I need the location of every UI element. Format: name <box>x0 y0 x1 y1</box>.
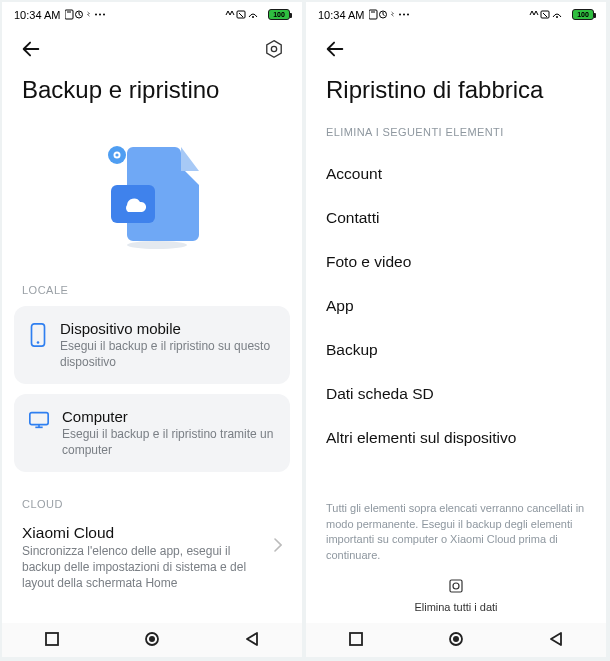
svg-rect-34 <box>350 633 362 645</box>
mobile-device-card[interactable]: Dispositivo mobile Esegui il backup e il… <box>14 306 290 384</box>
nav-home[interactable] <box>144 631 160 651</box>
list-item[interactable]: Foto e video <box>306 240 606 284</box>
svg-rect-17 <box>30 413 48 425</box>
nav-recent[interactable] <box>45 632 59 650</box>
svg-point-26 <box>399 14 401 16</box>
page-title: Backup e ripristino <box>2 70 302 118</box>
mobile-card-sub: Esegui il backup e il ripristino su ques… <box>60 339 276 370</box>
status-time: 10:34 AM <box>14 9 60 21</box>
svg-point-28 <box>407 14 409 16</box>
svg-point-12 <box>115 153 118 156</box>
list-item[interactable]: Altri elementi sul dispositivo <box>306 416 606 460</box>
status-left-icons <box>369 9 411 20</box>
erase-all-button[interactable]: Elimina tutti i dati <box>306 571 606 623</box>
nav-bar <box>306 623 606 657</box>
nav-home[interactable] <box>448 631 464 651</box>
erase-icon <box>306 577 606 597</box>
chevron-right-icon <box>274 524 282 556</box>
status-right-icons <box>527 9 567 20</box>
svg-point-5 <box>103 14 105 16</box>
svg-point-36 <box>453 636 459 642</box>
list-item[interactable]: Account <box>306 152 606 196</box>
svg-point-16 <box>37 341 40 344</box>
xiaomi-cloud-row[interactable]: Xiaomi Cloud Sincronizza l'elenco delle … <box>2 520 302 591</box>
section-local-label: LOCALE <box>2 268 302 306</box>
svg-point-4 <box>99 14 101 16</box>
svg-rect-32 <box>450 580 462 592</box>
svg-point-8 <box>252 16 254 18</box>
svg-point-3 <box>95 14 97 16</box>
settings-button[interactable] <box>264 39 284 63</box>
screen-factory-reset: 10:34 AM <box>306 2 606 657</box>
cloud-sub: Sincronizza l'elenco delle app, esegui i… <box>22 544 266 591</box>
phone-icon <box>28 320 48 348</box>
svg-rect-23 <box>369 10 377 19</box>
status-right-icons <box>223 9 263 20</box>
cloud-title: Xiaomi Cloud <box>22 524 266 542</box>
section-cloud-label: CLOUD <box>2 482 302 520</box>
erase-section-head: ELIMINA I SEGUENTI ELEMENTI <box>306 118 606 152</box>
nav-back[interactable] <box>549 632 563 650</box>
svg-point-33 <box>453 583 459 589</box>
list-item[interactable]: Contatti <box>306 196 606 240</box>
nav-recent[interactable] <box>349 632 363 650</box>
mobile-card-title: Dispositivo mobile <box>60 320 276 337</box>
status-bar: 10:34 AM <box>306 2 606 24</box>
svg-line-30 <box>543 13 547 17</box>
svg-rect-0 <box>65 10 73 19</box>
list-item[interactable]: Dati scheda SD <box>306 372 606 416</box>
svg-point-14 <box>127 241 187 249</box>
list-item[interactable]: Backup <box>306 328 606 372</box>
back-button[interactable] <box>324 38 346 64</box>
back-button[interactable] <box>20 38 42 64</box>
battery-icon: 100 <box>268 9 290 20</box>
monitor-icon <box>28 408 50 430</box>
status-time: 10:34 AM <box>318 9 364 21</box>
computer-card[interactable]: Computer Esegui il backup e il ripristin… <box>14 394 290 472</box>
page-title: Ripristino di fabbrica <box>306 70 606 118</box>
svg-line-7 <box>239 13 243 17</box>
list-item[interactable]: App <box>306 284 606 328</box>
nav-back[interactable] <box>245 632 259 650</box>
svg-point-31 <box>556 16 558 18</box>
erase-label: Elimina tutti i dati <box>414 601 497 613</box>
backup-illustration <box>2 118 302 268</box>
status-left-icons <box>65 9 107 20</box>
svg-point-22 <box>149 636 155 642</box>
computer-card-title: Computer <box>62 408 276 425</box>
svg-point-27 <box>403 14 405 16</box>
screen-backup-restore: 10:34 AM <box>2 2 302 657</box>
battery-icon: 100 <box>572 9 594 20</box>
footer-warning: Tutti gli elementi sopra elencati verran… <box>306 491 606 571</box>
svg-point-9 <box>271 46 276 51</box>
svg-rect-20 <box>46 633 58 645</box>
status-bar: 10:34 AM <box>2 2 302 24</box>
computer-card-sub: Esegui il backup e il ripristino tramite… <box>62 427 276 458</box>
nav-bar <box>2 623 302 657</box>
